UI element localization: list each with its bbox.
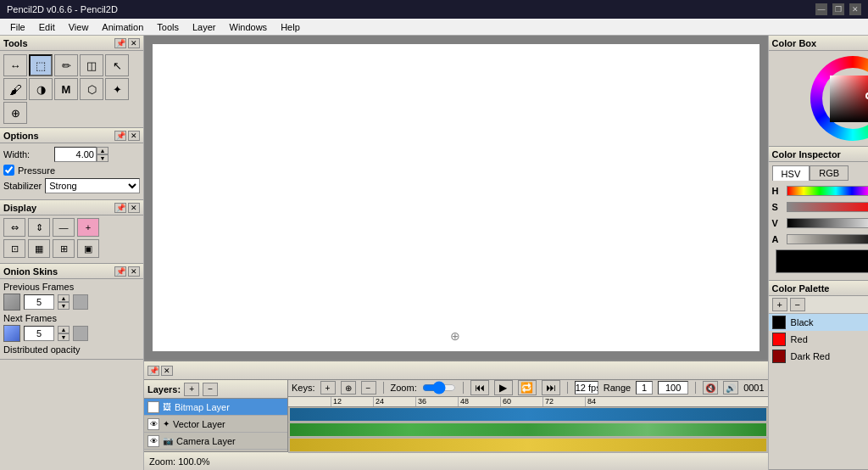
drawing-canvas[interactable]	[153, 44, 760, 351]
grid-lg-btn[interactable]: ⊞	[53, 239, 75, 258]
layer-bitmap-vis[interactable]: 👁	[147, 401, 159, 413]
camera-tool[interactable]: ⊕	[3, 102, 27, 124]
tools-panel-close[interactable]: ✕	[128, 38, 140, 48]
zoom-status: Zoom: 100.0%	[149, 456, 210, 467]
flip-v-btn[interactable]: ⇕	[28, 218, 50, 237]
width-down[interactable]: ▼	[97, 154, 108, 162]
smudge-tool[interactable]: ◑	[29, 78, 53, 100]
palette-item-red[interactable]: Red	[769, 331, 868, 348]
next-frames-down[interactable]: ▼	[58, 333, 70, 341]
tab-rgb[interactable]: RGB	[810, 165, 849, 181]
pointer-tool[interactable]: ↖	[105, 54, 129, 76]
layer-camera[interactable]: 👁 📷 Camera Layer	[144, 433, 287, 450]
display-panel-close[interactable]: ✕	[128, 203, 140, 213]
remove-layer-btn[interactable]: −	[203, 383, 218, 396]
next-frames-up[interactable]: ▲	[58, 326, 70, 333]
pencil-tool[interactable]: ✏	[54, 54, 78, 76]
options-panel-close[interactable]: ✕	[128, 131, 140, 141]
palette-item-darkred[interactable]: Dark Red	[769, 348, 868, 365]
width-row: Width: ▲ ▼	[3, 147, 140, 162]
menu-tools[interactable]: Tools	[150, 20, 186, 34]
add-layer-btn[interactable]: +	[184, 383, 199, 396]
timeline-pin[interactable]: 📌	[147, 366, 159, 376]
ci-s-label: S	[772, 202, 784, 212]
prev-frames-up[interactable]: ▲	[58, 294, 70, 302]
m-tool[interactable]: M	[54, 78, 78, 100]
track-vector[interactable]	[288, 422, 768, 438]
menu-windows[interactable]: Windows	[223, 20, 275, 34]
onion-panel-pin[interactable]: 📌	[114, 266, 126, 277]
grid-sq-btn[interactable]: ▦	[28, 239, 50, 258]
menu-edit[interactable]: Edit	[32, 20, 62, 34]
mute-btn[interactable]: 🔇	[703, 381, 718, 394]
stabilizer-select[interactable]: Strong Moderate Weak Disabled	[45, 178, 140, 193]
range-start[interactable]	[636, 381, 653, 394]
menu-layer[interactable]: Layer	[186, 20, 223, 34]
fps-input[interactable]	[575, 381, 598, 394]
menu-help[interactable]: Help	[274, 20, 307, 34]
layer-vector-vis[interactable]: 👁	[147, 418, 159, 430]
range-end[interactable]	[658, 381, 688, 394]
display-extra-btn[interactable]: ▣	[77, 239, 99, 258]
eraser-tool[interactable]: ◫	[80, 54, 103, 76]
zoom-label: Zoom:	[391, 383, 417, 393]
width-input[interactable]	[54, 147, 97, 162]
ci-h-slider[interactable]	[787, 186, 868, 196]
close-button[interactable]: ✕	[849, 3, 861, 15]
palette-add-btn[interactable]: +	[772, 298, 787, 311]
play-btn[interactable]: ▶	[494, 380, 513, 395]
palette-item-black[interactable]: Black	[769, 314, 868, 331]
timeline-close[interactable]: ✕	[161, 366, 173, 376]
next-frames-input[interactable]	[24, 326, 54, 341]
menu-view[interactable]: View	[62, 20, 96, 34]
display-panel-pin[interactable]: 📌	[114, 203, 126, 213]
play-loop-btn[interactable]: 🔁	[518, 380, 537, 395]
add-key-btn[interactable]: +	[320, 381, 336, 394]
tab-hsv[interactable]: HSV	[772, 165, 810, 181]
prev-frames-input[interactable]	[24, 294, 54, 310]
palette-remove-btn[interactable]: −	[790, 298, 805, 311]
options-panel-header: Options 📌 ✕	[0, 128, 143, 143]
track-camera[interactable]	[288, 438, 768, 453]
layer-vector[interactable]: 👁 ✦ Vector Layer	[144, 416, 287, 433]
menu-animation[interactable]: Animation	[95, 20, 150, 34]
track-vector-fill	[290, 423, 766, 436]
color-wheel-ring	[810, 56, 868, 141]
dup-key-btn[interactable]: ⊕	[341, 381, 356, 394]
audio-btn[interactable]: 🔊	[723, 381, 738, 394]
restore-button[interactable]: ❐	[832, 3, 844, 15]
ci-a-slider[interactable]	[787, 234, 868, 244]
onion-panel-close[interactable]: ✕	[128, 266, 140, 277]
grid-dots-btn[interactable]: ⊡	[3, 239, 25, 258]
add-display-btn[interactable]: +	[77, 218, 99, 237]
ruler-btn[interactable]: —	[53, 218, 75, 237]
minimize-button[interactable]: —	[815, 3, 827, 15]
sep4	[695, 382, 696, 394]
prev-frames-down[interactable]: ▼	[58, 302, 70, 310]
color-wheel[interactable]	[810, 56, 868, 141]
flip-h-btn[interactable]: ⇔	[3, 218, 25, 237]
brush-tool[interactable]: 🖌	[3, 78, 27, 100]
del-key-btn[interactable]: −	[361, 381, 376, 394]
options-panel-pin[interactable]: 📌	[114, 131, 126, 141]
eyedropper-tool[interactable]: ✦	[105, 78, 129, 100]
palette-swatch-black	[772, 316, 786, 329]
color-box-header: Color Box 📌 ✕	[769, 36, 868, 51]
ci-s-slider[interactable]	[787, 202, 868, 212]
pressure-checkbox[interactable]	[3, 165, 14, 176]
go-end-btn[interactable]: ⏭	[542, 380, 560, 395]
width-up[interactable]: ▲	[97, 147, 108, 154]
select-tool[interactable]: ⬚	[29, 54, 53, 76]
layer-camera-vis[interactable]: 👁	[147, 435, 159, 447]
ci-v-slider[interactable]	[787, 218, 868, 228]
tools-panel-pin[interactable]: 📌	[114, 38, 126, 48]
palette-name-red: Red	[791, 334, 808, 344]
go-start-btn[interactable]: ⏮	[470, 380, 489, 395]
zoom-slider[interactable]	[422, 383, 456, 393]
fill-tool[interactable]: ⬡	[80, 78, 103, 100]
menu-file[interactable]: File	[3, 20, 32, 34]
canvas-area[interactable]: ⊕	[144, 36, 768, 360]
move-tool[interactable]: ↔	[3, 54, 27, 76]
track-bitmap[interactable]	[288, 407, 768, 422]
layer-bitmap[interactable]: 👁 🖼 Bitmap Layer	[144, 399, 287, 416]
